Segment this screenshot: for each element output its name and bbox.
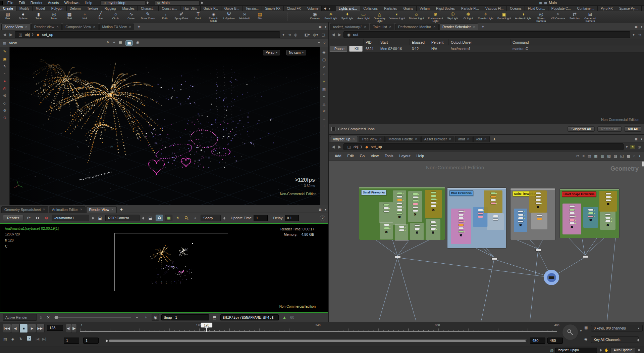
shelf-tool-grid[interactable]: ▦Grid: [62, 11, 77, 23]
node[interactable]: [478, 216, 483, 218]
shelf-tab-create[interactable]: Create: [0, 6, 16, 11]
box-select-icon[interactable]: ▫: [4, 72, 5, 76]
viewport-render-icon[interactable]: ▦: [125, 40, 133, 46]
close-tab-icon[interactable]: ✕: [467, 137, 470, 141]
snapshot-icon[interactable]: ◉: [322, 50, 326, 54]
col-output-driver[interactable]: Output Driver: [449, 39, 511, 45]
shelf-tab-fluid-con[interactable]: Fluid Con...: [525, 6, 548, 11]
pane-menu-icon[interactable]: ▾: [639, 137, 644, 142]
rig-icon[interactable]: ⚒: [3, 94, 6, 98]
node-group[interactable]: ✖: [562, 204, 581, 234]
netmenu-tools[interactable]: Tools: [382, 154, 396, 158]
node[interactable]: [413, 203, 418, 205]
shelf-tab-collisions[interactable]: Collisions: [360, 6, 381, 11]
col-elapsed[interactable]: Elapsed: [410, 39, 429, 45]
snap-field[interactable]: Snap 1: [161, 314, 209, 320]
shelf-tool-portal-light[interactable]: ▣Portal Light: [495, 11, 513, 23]
close-tab-icon[interactable]: ✕: [473, 25, 476, 29]
output-null-node[interactable]: ✖: [398, 216, 401, 219]
node-group[interactable]: ✖: [410, 223, 424, 240]
shelf-tool-spot-light[interactable]: ✦Spot Light: [339, 11, 355, 23]
path-dropdown-icon[interactable]: ▾: [625, 145, 629, 149]
viewport-title[interactable]: View: [9, 41, 17, 45]
menu-windows[interactable]: Windows: [62, 0, 82, 5]
node[interactable]: [459, 227, 464, 229]
tab-render-scheduler[interactable]: Render Scheduler✕: [439, 24, 478, 30]
shelf-tab-modify[interactable]: Modify: [16, 6, 33, 11]
node[interactable]: [491, 192, 496, 194]
shelf-tool-font[interactable]: TFont: [191, 11, 206, 23]
path-obj[interactable]: obj: [354, 145, 359, 149]
channel-graph-icon[interactable]: ◉: [584, 337, 588, 341]
tab-render-view[interactable]: Render View✕: [86, 206, 117, 213]
sphere-icon[interactable]: ○: [323, 73, 325, 76]
node[interactable]: [491, 199, 496, 201]
out-path-field[interactable]: ◉ out: [343, 31, 630, 38]
viewport-3d-canvas[interactable]: Persp▾ No cam▾ >120fps 3.62ms Non-Commer…: [10, 47, 320, 205]
node[interactable]: [384, 227, 389, 229]
pen-icon[interactable]: ✎: [3, 50, 6, 53]
add-icon[interactable]: +: [323, 124, 325, 128]
node[interactable]: [518, 217, 523, 219]
shelf-tab-pyro-fx[interactable]: Pyro FX: [598, 6, 616, 11]
layout-selector[interactable]: ◎ Main: [155, 0, 200, 5]
tab-rocket-stationary1[interactable]: rocket_stationary1✕: [330, 24, 369, 30]
rop-dropdown[interactable]: /out/mantra1: [52, 215, 89, 221]
tree-icon[interactable]: ≡: [583, 154, 585, 158]
node[interactable]: [536, 203, 541, 204]
node[interactable]: [491, 196, 496, 197]
node[interactable]: [397, 209, 402, 211]
shelf-tab-hair-utils[interactable]: Hair Utils: [180, 6, 201, 11]
shelf-tool-gi-light[interactable]: ☸GI Light: [461, 11, 476, 23]
node[interactable]: [397, 203, 402, 204]
refresh-icon[interactable]: ⟳: [25, 215, 32, 221]
kill-all-button[interactable]: Kill All: [624, 126, 641, 132]
shelf-tab-particles[interactable]: Particles: [381, 6, 400, 11]
active-render-dropdown[interactable]: Active Render: [3, 314, 37, 321]
path-dropdown-icon[interactable]: ▾: [632, 33, 636, 37]
menu-file[interactable]: File: [5, 0, 16, 5]
cut-icon[interactable]: ✂: [576, 154, 579, 158]
output-null-node[interactable]: ✖: [589, 219, 592, 222]
shelf-tool-volume-light[interactable]: ◐Volume Light: [387, 11, 407, 23]
network-path-field[interactable]: ◫ obj ❯ ◆ set_up: [343, 143, 624, 150]
stop-render-icon[interactable]: ⊗: [43, 215, 50, 221]
clip-icon[interactable]: ⬓: [147, 215, 154, 221]
shelf-tab-polygon[interactable]: Polygon: [48, 6, 67, 11]
output-null-node[interactable]: ✖: [606, 224, 609, 226]
node[interactable]: [384, 211, 389, 212]
node[interactable]: [384, 207, 389, 209]
tab-composite-view[interactable]: Composite View✕: [62, 24, 98, 30]
tab-geometry-spreadsheet[interactable]: Geometry Spreadsheet✕: [1, 206, 48, 213]
desktop-spinner[interactable]: [147, 0, 149, 5]
shelf-tool-circle[interactable]: ○Circle: [108, 11, 123, 23]
scoped-channels-icon[interactable]: ▤: [3, 337, 7, 341]
node[interactable]: [518, 214, 523, 216]
update-time-field[interactable]: 1: [254, 215, 268, 221]
pane-split-icon[interactable]: ▦: [317, 208, 323, 213]
node-group[interactable]: ✖: [426, 219, 440, 240]
geometry-icon[interactable]: ▣: [3, 57, 6, 61]
node[interactable]: [415, 228, 420, 230]
keys-summary-dropdown[interactable]: 0 keys, 0/0 channels▲: [591, 325, 643, 332]
tab-out[interactable]: /out✕: [473, 136, 490, 142]
node[interactable]: [491, 203, 496, 204]
node[interactable]: [431, 192, 436, 193]
playback-range-slider[interactable]: [109, 340, 527, 342]
projection-dropdown[interactable]: Persp▾: [263, 50, 280, 55]
node[interactable]: [459, 221, 464, 222]
shelf-tab-rigid-bodies[interactable]: Rigid Bodies: [433, 6, 458, 11]
shelf-tool-sphere[interactable]: ●Sphere: [15, 11, 31, 23]
node[interactable]: [413, 196, 418, 198]
close-tab-icon[interactable]: ✕: [111, 208, 114, 211]
close-tab-icon[interactable]: ✕: [379, 137, 382, 141]
camera-dropdown[interactable]: No cam▾: [286, 50, 306, 55]
node[interactable]: [397, 213, 402, 214]
node[interactable]: [537, 215, 542, 216]
layout-spinner[interactable]: [201, 0, 203, 5]
shelf-tab-container[interactable]: Container...: [574, 6, 598, 11]
frame-count-label[interactable]: 12: [323, 109, 326, 113]
menu-edit[interactable]: Edit: [16, 0, 28, 5]
node[interactable]: [536, 199, 541, 201]
node[interactable]: [518, 221, 523, 222]
